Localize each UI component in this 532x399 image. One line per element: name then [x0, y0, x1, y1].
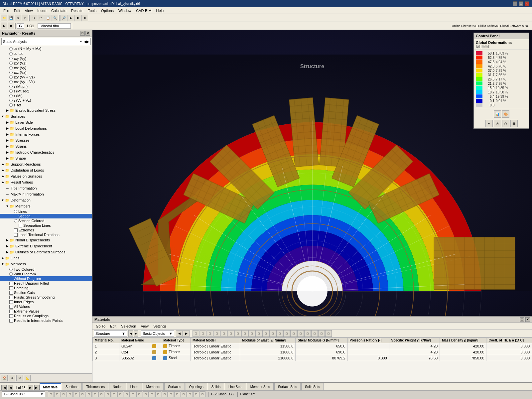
- basic-next[interactable]: ▶: [183, 330, 190, 337]
- toggle-layer_side[interactable]: ▶: [5, 120, 9, 124]
- radio-sigma_tot[interactable]: [9, 52, 13, 56]
- status-tb-btn-0[interactable]: □: [48, 391, 54, 397]
- mat-tb-btn-7[interactable]: □: [241, 330, 248, 337]
- toggle-values_surfaces[interactable]: ▶: [1, 174, 5, 178]
- menu-item-calculate[interactable]: Calculate: [49, 8, 68, 13]
- panel-close-btn[interactable]: ✕: [525, 317, 530, 322]
- checkbox-result_diagram_filled[interactable]: [9, 282, 13, 285]
- mat-tb-btn-15[interactable]: □: [297, 330, 304, 337]
- tree-item-members[interactable]: ▼📁Members: [0, 203, 92, 209]
- radio-tau_tot[interactable]: [9, 103, 13, 107]
- mat-tb-btn-6[interactable]: □: [234, 330, 241, 337]
- status-tb-btn-2[interactable]: □: [61, 391, 66, 397]
- status-tb-btn-14[interactable]: □: [136, 391, 142, 397]
- toolbar1-btn-1[interactable]: 💾: [8, 15, 14, 21]
- toggle-strains[interactable]: ▶: [5, 144, 9, 148]
- radio-two_colored[interactable]: [9, 268, 13, 271]
- menu-item-view[interactable]: View: [23, 8, 35, 13]
- toggle-outlines_deformed[interactable]: ▶: [5, 250, 9, 254]
- nav-prev-button[interactable]: ◀: [84, 40, 86, 44]
- menu-item-options[interactable]: Options: [99, 8, 116, 13]
- status-tb-btn-7[interactable]: □: [92, 391, 98, 397]
- toolbar1-btn-0[interactable]: 📁: [1, 15, 7, 21]
- tree-item-section_cuts[interactable]: Section Cuts: [0, 290, 92, 295]
- status-tb-btn-20[interactable]: □: [174, 391, 180, 397]
- tree-item-deformation[interactable]: ▼📁Deformation: [0, 197, 92, 203]
- menu-item-insert[interactable]: Insert: [35, 8, 49, 13]
- prev-page-btn[interactable]: ◀: [8, 385, 13, 390]
- tab-materials[interactable]: Materials: [40, 383, 61, 390]
- radio-lines_item[interactable]: [14, 210, 17, 213]
- tree-item-dist_loads[interactable]: ▶📁Distribution of Loads: [0, 167, 92, 173]
- table-row[interactable]: 3S355J2SteelIsotropic | Linear Elastic21…: [93, 355, 532, 361]
- mat-tb-btn-0[interactable]: □: [193, 330, 199, 337]
- checkbox-separation_lines[interactable]: [19, 224, 22, 227]
- mat-tb-btn-9[interactable]: □: [255, 330, 262, 337]
- radio-section_item[interactable]: [14, 214, 17, 218]
- toggle-internal_forces[interactable]: ▶: [5, 132, 9, 136]
- tree-item-extreme_disp[interactable]: ▶📁Extreme Displacement: [0, 243, 92, 249]
- status-tb-btn-4[interactable]: □: [73, 391, 79, 397]
- mat-tb-btn-17[interactable]: □: [311, 330, 318, 337]
- toggle-shape[interactable]: ▶: [5, 156, 9, 160]
- radio-tau_mt_sec[interactable]: [9, 89, 13, 93]
- mat-tb-btn-14[interactable]: □: [290, 330, 297, 337]
- tab-members[interactable]: Members: [143, 383, 164, 390]
- mat-menu-edit[interactable]: Edit: [108, 324, 118, 329]
- status-tb-btn-22[interactable]: □: [187, 391, 193, 397]
- status-tb-btn-5[interactable]: □: [79, 391, 85, 397]
- toggle-nodal_disp[interactable]: ▶: [5, 238, 9, 242]
- tree-item-result_diagram_filled[interactable]: Result Diagram Filled: [0, 281, 92, 286]
- radio-sigma_1[interactable]: [9, 47, 13, 51]
- mat-menu-view[interactable]: View: [139, 324, 151, 329]
- menu-item-file[interactable]: File: [1, 8, 11, 13]
- radio-tau_mt_pri[interactable]: [9, 85, 13, 88]
- tree-item-section_colored[interactable]: Section Colored: [0, 218, 92, 223]
- tree-item-tau_mt[interactable]: τ (Mt): [0, 93, 92, 98]
- tree-item-without_diagram[interactable]: Without Diagram: [0, 276, 92, 281]
- status-tb-btn-3[interactable]: □: [67, 391, 73, 397]
- next-page-btn[interactable]: ▶: [28, 385, 33, 390]
- radio-tau_xy_vyvz[interactable]: [9, 75, 13, 79]
- cp-btn-1[interactable]: 📊: [494, 110, 501, 118]
- nav-next-button[interactable]: ▶: [86, 40, 89, 44]
- tab-solid_sets[interactable]: Solid Sets: [301, 383, 324, 390]
- tab-solids[interactable]: Solids: [208, 383, 224, 390]
- toggle-deformation[interactable]: ▼: [1, 198, 5, 202]
- minimize-button[interactable]: ─: [513, 1, 517, 6]
- status-tb-btn-24[interactable]: □: [200, 391, 205, 397]
- status-tb-btn-18[interactable]: □: [162, 391, 168, 397]
- nav-float-button[interactable]: □: [80, 31, 85, 36]
- toggle-local_deform[interactable]: ▶: [5, 126, 9, 130]
- tab-openings[interactable]: Openings: [186, 383, 207, 390]
- tree-item-hatching[interactable]: Hatching: [0, 286, 92, 290]
- checkbox-all_values[interactable]: [9, 305, 13, 309]
- cp-view-4[interactable]: ▦: [510, 120, 518, 127]
- last-page-btn[interactable]: ▶|: [34, 385, 40, 390]
- nav-icon-2[interactable]: 👁: [9, 375, 15, 381]
- tree-item-members_folder2[interactable]: ▼📁Members: [0, 261, 92, 267]
- toggle-result_values[interactable]: ▶: [1, 180, 5, 184]
- nav-icon-3[interactable]: ⚙: [16, 375, 23, 381]
- radio-without_diagram[interactable]: [9, 277, 13, 280]
- radio-tau_xy_vy[interactable]: [9, 57, 13, 60]
- toolbar1-btn-9[interactable]: ▶: [67, 15, 74, 21]
- toolbar1-btn-7[interactable]: 🔍: [52, 15, 58, 21]
- toolbar1-btn-3[interactable]: ↩: [22, 15, 28, 21]
- mat-tb-btn-13[interactable]: □: [283, 330, 290, 337]
- tree-item-tau_tot[interactable]: τ_tot: [0, 103, 92, 107]
- status-tb-btn-6[interactable]: □: [86, 391, 92, 397]
- tree-item-title_info[interactable]: ─Title Information: [0, 185, 92, 191]
- mat-menu-selection[interactable]: Selection: [119, 324, 138, 329]
- tree-item-tau_xy_vy[interactable]: τxy (Vy): [0, 56, 92, 61]
- status-tb-btn-17[interactable]: □: [155, 391, 161, 397]
- tb-btn[interactable]: ■: [8, 23, 14, 29]
- radio-tau_xz_vz[interactable]: [9, 71, 13, 74]
- prev-btn[interactable]: ◀: [128, 330, 133, 337]
- tree-item-internal_forces[interactable]: ▶📁Internal Forces: [0, 131, 92, 137]
- menu-item-help[interactable]: Help: [154, 8, 166, 13]
- cp-view-1[interactable]: ≡: [485, 120, 493, 127]
- tab-thicknesses[interactable]: Thicknesses: [82, 383, 108, 390]
- status-tb-btn-1[interactable]: □: [54, 391, 60, 397]
- mat-tb-btn-2[interactable]: □: [206, 330, 213, 337]
